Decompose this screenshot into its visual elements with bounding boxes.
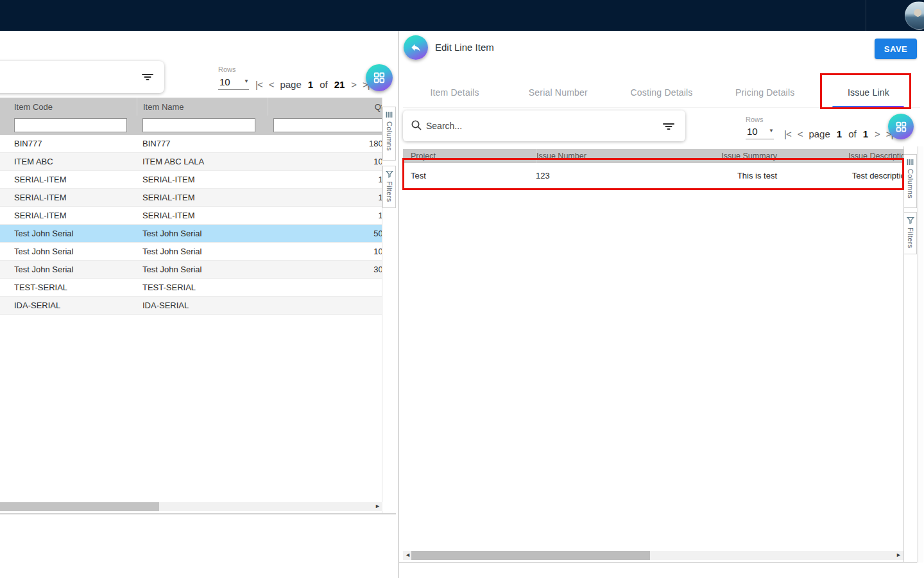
rows-per-page-control: Rows 10 ▼ bbox=[218, 66, 249, 90]
columns-side-tab[interactable]: Columns bbox=[903, 154, 917, 208]
grid-view-button[interactable] bbox=[888, 114, 914, 139]
cell-item-code: Test John Serial bbox=[0, 229, 137, 238]
side-tab-label: Columns bbox=[907, 169, 914, 198]
current-page: 1 bbox=[308, 79, 313, 90]
cell-project: Test bbox=[403, 171, 536, 180]
next-page-button[interactable]: > bbox=[875, 128, 880, 139]
columns-side-tab[interactable]: Columns bbox=[382, 107, 396, 161]
cell-item-code: SERIAL-ITEM bbox=[0, 175, 137, 184]
tab-pricing-details[interactable]: Pricing Details bbox=[714, 77, 817, 107]
filters-side-tab[interactable]: Filters bbox=[903, 212, 917, 254]
scroll-right-icon[interactable]: ► bbox=[896, 552, 902, 558]
cell-item-name: TEST-SERIAL bbox=[137, 283, 268, 292]
rows-per-page-control: Rows 10 ▼ bbox=[746, 116, 774, 139]
cell-item-code: Test John Serial bbox=[0, 265, 137, 274]
cell-issue-summary: This is test bbox=[658, 171, 777, 180]
total-pages: 1 bbox=[863, 128, 868, 139]
item-table-header: Item Code Item Name Qty bbox=[0, 98, 382, 116]
item-search-input[interactable] bbox=[1, 69, 130, 85]
user-avatar[interactable] bbox=[905, 1, 924, 30]
tab-item-details[interactable]: Item Details bbox=[403, 77, 506, 107]
columns-icon bbox=[386, 111, 393, 118]
cell-item-code: Test John Serial bbox=[0, 247, 137, 256]
current-page: 1 bbox=[837, 128, 842, 139]
panel-bottom-border bbox=[399, 562, 917, 563]
table-row[interactable]: Test John Serial Test John Serial 100 bbox=[0, 243, 382, 261]
scroll-left-icon[interactable]: ◄ bbox=[405, 552, 411, 558]
column-header-issue-summary[interactable]: Issue Summary bbox=[658, 152, 777, 161]
prev-page-button[interactable]: < bbox=[269, 79, 274, 90]
cell-issue-description: Test description bbox=[777, 171, 903, 180]
cell-item-code: IDA-SERIAL bbox=[0, 301, 137, 310]
page-label: page bbox=[809, 128, 830, 139]
table-row[interactable]: SERIAL-ITEM SERIAL-ITEM 10 bbox=[0, 171, 382, 189]
table-row[interactable]: ITEM ABC ITEM ABC LALA 100 bbox=[0, 153, 382, 171]
scroll-right-icon[interactable]: ► bbox=[375, 503, 381, 509]
cell-item-name: Test John Serial bbox=[137, 247, 268, 256]
issue-table-header: Project Issue Number Issue Summary Issue… bbox=[403, 149, 903, 163]
scrollbar-thumb[interactable] bbox=[411, 551, 650, 560]
table-row[interactable]: SERIAL-ITEM SERIAL-ITEM 10 bbox=[0, 207, 382, 225]
table-row[interactable]: TEST-SERIAL TEST-SERIAL 1 bbox=[0, 279, 382, 297]
tab-issue-link[interactable]: Issue Link bbox=[817, 77, 920, 107]
grid-view-button[interactable] bbox=[366, 64, 393, 91]
column-header-project[interactable]: Project bbox=[403, 152, 536, 161]
item-list-panel: Rows 10 ▼ |< < page 1 of 21 > >| Item Co bbox=[0, 31, 398, 578]
funnel-icon bbox=[386, 170, 393, 178]
cell-qty: 500 bbox=[268, 229, 382, 238]
prev-page-button[interactable]: < bbox=[798, 128, 803, 139]
first-page-button[interactable]: |< bbox=[784, 128, 791, 139]
tab-costing-details[interactable]: Costing Details bbox=[610, 77, 713, 107]
column-header-item-name[interactable]: Item Name bbox=[137, 102, 184, 112]
issue-table-row[interactable]: Test 123 This is test Test description bbox=[403, 163, 903, 189]
app-screen: Rows 10 ▼ |< < page 1 of 21 > >| Item Co bbox=[0, 0, 924, 578]
rows-per-page-select[interactable]: 10 ▼ bbox=[746, 125, 774, 139]
side-tab-label: Filters bbox=[386, 181, 393, 202]
side-tab-strip: Columns Filters bbox=[903, 146, 917, 563]
grid-icon bbox=[373, 71, 386, 84]
page-label: page bbox=[280, 79, 301, 90]
column-header-issue-number[interactable]: Issue Number bbox=[536, 152, 586, 161]
column-header-item-code[interactable]: Item Code bbox=[0, 102, 137, 112]
qty-filter-input[interactable] bbox=[273, 118, 382, 132]
first-page-button[interactable]: |< bbox=[255, 79, 262, 90]
total-pages: 21 bbox=[334, 79, 345, 90]
cell-qty: 1800 bbox=[268, 139, 382, 148]
filter-lines-icon[interactable] bbox=[662, 120, 675, 133]
rows-per-page-select[interactable]: 10 ▼ bbox=[218, 76, 249, 90]
table-row[interactable]: IDA-SERIAL IDA-SERIAL 1 bbox=[0, 297, 382, 315]
edit-line-item-panel: Edit Line Item SAVE Item Details Serial … bbox=[399, 31, 924, 578]
table-row[interactable]: Test John Serial Test John Serial 300 bbox=[0, 261, 382, 279]
rows-label: Rows bbox=[746, 116, 774, 123]
vertical-scrollbar[interactable] bbox=[918, 146, 923, 563]
cell-item-name: Test John Serial bbox=[137, 265, 268, 274]
column-header-qty[interactable]: Qty bbox=[268, 102, 382, 112]
horizontal-scrollbar[interactable]: ► bbox=[0, 502, 382, 511]
filters-side-tab[interactable]: Filters bbox=[382, 166, 396, 208]
table-row-selected[interactable]: Test John Serial Test John Serial 500 bbox=[0, 225, 382, 243]
item-name-filter-input[interactable] bbox=[142, 118, 255, 132]
item-code-filter-input[interactable] bbox=[14, 118, 127, 132]
next-page-button[interactable]: > bbox=[351, 79, 356, 90]
item-table: Item Code Item Name Qty BIN777 BIN777 18… bbox=[0, 98, 382, 514]
panel-bottom-border bbox=[0, 513, 396, 514]
table-row[interactable]: SERIAL-ITEM SERIAL-ITEM 10 bbox=[0, 189, 382, 207]
tab-serial-number[interactable]: Serial Number bbox=[506, 77, 610, 107]
cell-issue-number: 123 bbox=[536, 171, 658, 180]
filter-lines-icon[interactable] bbox=[141, 71, 154, 83]
column-header-issue-description[interactable]: Issue Description bbox=[777, 152, 903, 161]
back-button[interactable] bbox=[404, 35, 428, 60]
cell-item-name: Test John Serial bbox=[137, 229, 268, 238]
horizontal-scrollbar[interactable]: ◄ ► bbox=[403, 551, 903, 560]
issue-search-card bbox=[403, 110, 685, 141]
issue-table: Project Issue Number Issue Summary Issue… bbox=[403, 149, 903, 189]
table-row[interactable]: BIN777 BIN777 1800 bbox=[0, 135, 382, 153]
save-button[interactable]: SAVE bbox=[875, 39, 917, 59]
tab-label: Costing Details bbox=[630, 87, 692, 98]
issue-list-pagination: |< < page 1 of 1 > >| bbox=[784, 126, 893, 141]
page-title: Edit Line Item bbox=[435, 42, 494, 53]
tab-label: Pricing Details bbox=[735, 87, 794, 98]
issue-search-input[interactable] bbox=[426, 118, 638, 134]
scrollbar-thumb[interactable] bbox=[0, 502, 159, 511]
side-tab-strip: Columns Filters bbox=[382, 98, 396, 514]
